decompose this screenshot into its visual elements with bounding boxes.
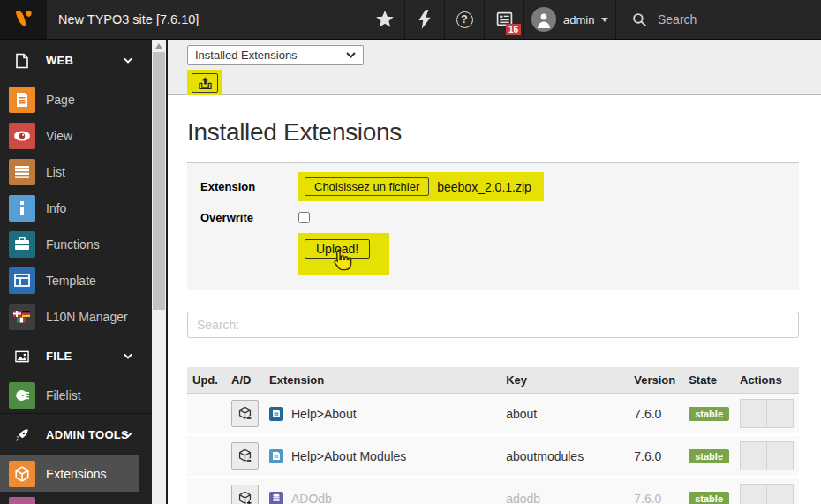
sidebar-item-list[interactable]: List — [0, 154, 139, 190]
extension-name: Help>About Modules — [291, 449, 406, 463]
typo3-logo[interactable] — [0, 0, 47, 39]
topbar-spacer — [199, 0, 365, 39]
search-icon — [632, 12, 647, 27]
table-row: ADOdb adodb 7.6.0 stable — [187, 478, 799, 504]
chevron-down-icon — [601, 18, 608, 22]
sidebar-item-filelist[interactable]: Filelist — [0, 377, 139, 413]
info-module-icon — [9, 195, 35, 222]
section-admin-tools: ADMIN TOOLS Extensions — [0, 413, 152, 504]
extension-version: 7.6.0 — [629, 478, 683, 504]
action-button[interactable] — [766, 441, 794, 470]
action-button[interactable] — [766, 399, 794, 428]
module-function-select[interactable]: Installed Extensions — [187, 45, 364, 65]
view-module-icon — [9, 123, 35, 149]
sidebar-item-partial[interactable] — [0, 492, 139, 504]
deactivate-extension-button[interactable] — [231, 400, 259, 427]
sidebar-item-functions[interactable]: Functions — [0, 226, 139, 262]
cube-minus-icon — [237, 448, 252, 463]
table-header-row: Upd. A/D Extension Key Version State Act… — [187, 367, 799, 394]
username: admin — [563, 13, 594, 26]
col-extension: Extension — [264, 367, 501, 394]
extension-version: 7.6.0 — [629, 394, 683, 435]
section-web: WEB Page View List — [0, 40, 152, 335]
page-outline-icon — [15, 53, 29, 69]
extension-key: about — [501, 394, 629, 435]
filelist-module-icon — [9, 382, 35, 409]
lightning-icon — [417, 10, 433, 29]
clear-cache-button[interactable] — [404, 0, 444, 39]
page-title: Installed Extensions — [187, 118, 799, 147]
l10n-module-icon — [9, 304, 35, 330]
action-button[interactable] — [740, 399, 767, 428]
page-module-icon — [9, 87, 35, 113]
upload-submit-highlight: Upload! — [298, 233, 389, 275]
chevron-down-icon — [124, 57, 132, 64]
upload-form-panel: Extension Choisissez un fichier beebox_2… — [187, 162, 799, 290]
image-outline-icon — [15, 350, 29, 363]
section-header-web[interactable]: WEB — [0, 40, 139, 81]
extension-search-input[interactable] — [187, 312, 799, 338]
upload-extension-button[interactable] — [192, 73, 218, 93]
state-badge: stable — [689, 449, 729, 463]
opendocs-button[interactable]: 16 — [484, 0, 523, 39]
module-menu-scrollbar[interactable] — [152, 40, 166, 504]
sidebar-item-l10n-manager[interactable]: L10N Manager — [0, 298, 139, 335]
table-row: Help>About about 7.6.0 stable — [187, 394, 799, 435]
extension-file-row: Extension Choisissez un fichier beebox_2… — [200, 172, 786, 201]
col-state: State — [683, 367, 734, 394]
activate-extension-button[interactable] — [231, 485, 259, 504]
section-header-file[interactable]: FILE — [0, 335, 139, 377]
col-actions: Actions — [734, 367, 799, 394]
sidebar-item-page[interactable]: Page — [0, 81, 139, 117]
typo3-logo-icon — [12, 8, 35, 31]
sidebar-item-info[interactable]: Info — [0, 190, 139, 226]
deactivate-extension-button[interactable] — [231, 442, 259, 470]
cube-plus-icon — [237, 491, 252, 504]
adodb-extension-icon — [269, 492, 283, 504]
functions-module-icon — [9, 231, 35, 258]
user-menu[interactable]: admin — [523, 0, 615, 39]
list-module-icon — [9, 159, 35, 185]
chevron-down-icon — [124, 432, 132, 438]
section-file: FILE Filelist — [0, 335, 152, 413]
action-button[interactable] — [740, 441, 767, 470]
section-header-admin-tools[interactable]: ADMIN TOOLS — [0, 414, 139, 455]
overwrite-row: Overwrite — [200, 207, 786, 228]
extensions-table: Upd. A/D Extension Key Version State Act… — [187, 367, 799, 504]
overwrite-checkbox[interactable] — [298, 212, 310, 223]
extension-label: Extension — [200, 180, 298, 193]
module-body: Installed Extensions Extension Choisisse… — [168, 95, 821, 504]
chosen-file-name: beebox_2.0.1.zip — [437, 180, 531, 194]
function-select-value: Installed Extensions — [195, 49, 298, 62]
action-button[interactable] — [766, 484, 794, 504]
bookmarks-button[interactable] — [365, 0, 404, 39]
extension-name: ADOdb — [291, 492, 332, 504]
about-extension-icon — [269, 407, 283, 421]
help-button[interactable]: ? — [444, 0, 484, 39]
sidebar-item-view[interactable]: View — [0, 117, 139, 154]
partially-visible-module-icon — [9, 497, 35, 504]
action-button[interactable] — [740, 484, 767, 504]
scrollbar-thumb[interactable] — [153, 52, 165, 310]
extension-name: Help>About — [291, 407, 357, 421]
scrollbar-up-arrow-icon[interactable] — [155, 43, 162, 49]
opendocs-count-badge: 16 — [506, 24, 521, 35]
sidebar-item-template[interactable]: Template — [0, 262, 139, 298]
extension-version: 7.6.0 — [629, 435, 683, 478]
extension-key: adodb — [501, 478, 629, 504]
choose-file-button[interactable]: Choisissez un fichier — [305, 177, 429, 196]
overwrite-label: Overwrite — [200, 211, 298, 224]
docheader: Installed Extensions — [168, 40, 821, 95]
file-input-highlight: Choisissez un fichier beebox_2.0.1.zip — [298, 172, 544, 201]
col-upd: Upd. — [187, 367, 226, 394]
extension-key: aboutmodules — [501, 435, 629, 478]
topbar-search[interactable]: Search — [615, 0, 821, 39]
rocket-icon — [15, 427, 29, 443]
aboutmodules-extension-icon — [269, 449, 283, 463]
col-key: Key — [501, 367, 629, 394]
table-row: Help>About Modules aboutmodules 7.6.0 st… — [187, 435, 799, 478]
topbar-search-placeholder: Search — [658, 12, 697, 26]
upload-button-highlight — [187, 70, 222, 96]
sidebar-item-extensions[interactable]: Extensions — [0, 455, 139, 492]
hand-cursor-icon — [329, 248, 356, 276]
